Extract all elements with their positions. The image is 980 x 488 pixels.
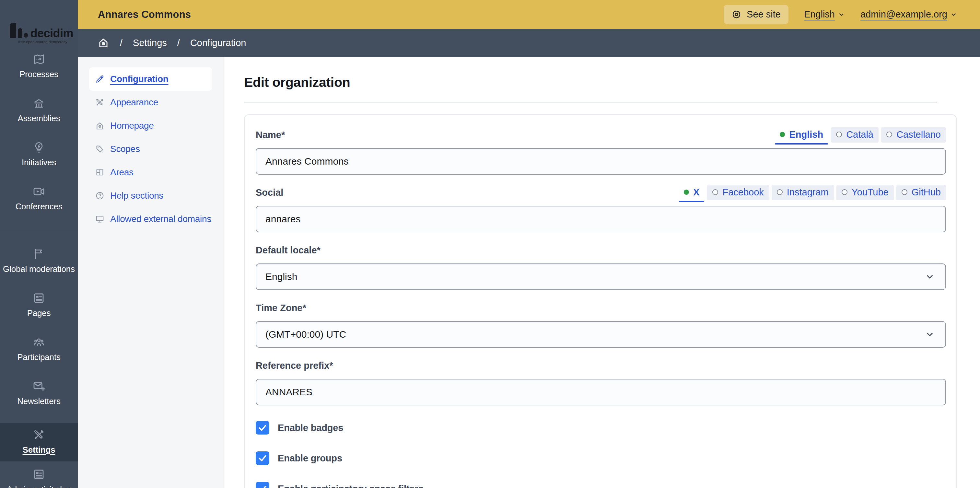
logo-bar (18, 28, 22, 38)
checkbox-checked-icon[interactable] (256, 482, 269, 488)
logo-tagline: free open-source democracy (10, 40, 67, 44)
home-icon[interactable] (97, 37, 110, 49)
breadcrumb-separator: / (120, 38, 123, 48)
map-icon (32, 53, 45, 66)
see-site-label: See site (747, 9, 781, 20)
reference-prefix-value: ANNARES (266, 386, 312, 397)
checkbox-checked-icon[interactable] (256, 451, 269, 465)
social-tab-facebook[interactable]: Facebook (707, 185, 769, 200)
check-icon (258, 484, 267, 488)
chevron-down-icon (924, 329, 935, 340)
article-icon (32, 468, 45, 481)
sidebar-item-label: Newsletters (17, 396, 60, 406)
language-menu[interactable]: English (804, 9, 845, 20)
topbar-actions: See site English admin@example.org (724, 5, 957, 24)
social-tab-instagram[interactable]: Instagram (772, 185, 834, 200)
sidebar-item-assemblies[interactable]: Assemblies (0, 96, 78, 124)
sidebar-item-settings[interactable]: Settings (0, 423, 78, 461)
settings-nav-appearance[interactable]: Appearance (89, 91, 212, 114)
sidebar-item-pages[interactable]: Pages (0, 291, 78, 319)
sidebar-item-newsletters[interactable]: Newsletters (0, 379, 78, 407)
video-camera-icon (32, 185, 45, 198)
enable-badges-row[interactable]: Enable badges (256, 421, 946, 434)
breadcrumb-settings[interactable]: Settings (133, 38, 167, 48)
sidebar-item-admin-activity-log[interactable]: Admin activity log (0, 467, 78, 488)
social-tab-youtube[interactable]: YouTube (837, 185, 894, 200)
social-tab-label: GitHub (912, 187, 941, 198)
enable-participatory-space-filters-label: Enable participatory space filters (278, 483, 423, 488)
sidebar-item-processes[interactable]: Processes (0, 52, 78, 80)
mail-plus-icon (32, 380, 45, 393)
reference-prefix-field-group: Reference prefix* ANNARES (256, 358, 946, 405)
lightbulb-icon (32, 141, 45, 154)
empty-circle-icon (902, 189, 907, 195)
settings-nav-help-sections[interactable]: Help sections (89, 184, 212, 207)
time-zone-select[interactable]: (GMT+00:00) UTC (256, 321, 946, 348)
social-tab-label: YouTube (852, 187, 889, 198)
locale-tab-label: Català (846, 129, 873, 140)
sidebar-item-initiatives[interactable]: Initiatives (0, 140, 78, 168)
locale-tab-label: English (789, 129, 823, 140)
default-locale-select[interactable]: English (256, 264, 946, 290)
empty-circle-icon (777, 189, 783, 195)
time-zone-value: (GMT+00:00) UTC (266, 329, 346, 340)
people-icon (32, 336, 45, 349)
breadcrumb-configuration[interactable]: Configuration (190, 38, 246, 48)
sidebar-item-label: Admin activity log (7, 485, 71, 488)
sidebar-item-label: Global moderations (3, 264, 75, 274)
name-label: Name* (256, 130, 285, 140)
sidebar-nav: Processes Assemblies Initiatives Confere… (0, 52, 78, 488)
language-label: English (804, 9, 835, 20)
topbar: Annares Commons See site English admin@e… (78, 0, 980, 29)
sidebar-divider (0, 230, 78, 230)
filled-dot-icon (684, 189, 689, 195)
social-tab-github[interactable]: GitHub (896, 185, 946, 200)
settings-nav-areas[interactable]: Areas (89, 161, 212, 184)
sidebar-item-label: Settings (23, 445, 56, 455)
settings-nav-allowed-external-domains[interactable]: Allowed external domains (89, 207, 212, 231)
sidebar-item-global-moderations[interactable]: Global moderations (0, 247, 78, 275)
tools-icon (32, 428, 45, 441)
settings-nav-label: Areas (110, 167, 134, 178)
social-tab-label: Instagram (787, 187, 829, 198)
eye-icon (732, 10, 741, 19)
sidebar-item-label: Initiatives (22, 157, 56, 167)
home-gear-icon (95, 121, 105, 130)
pencil-icon (95, 74, 105, 84)
name-input[interactable]: Annares Commons (256, 148, 946, 175)
decidim-logo[interactable]: decidim free open-source democracy (10, 23, 73, 44)
locale-tab-label: Castellano (896, 129, 941, 140)
settings-nav-scopes[interactable]: Scopes (89, 137, 212, 161)
default-locale-value: English (266, 271, 297, 282)
chevron-down-icon (950, 11, 957, 18)
reference-prefix-input[interactable]: ANNARES (256, 379, 946, 405)
sidebar-item-label: Participants (17, 352, 60, 362)
social-label: Social (256, 187, 283, 198)
enable-groups-row[interactable]: Enable groups (256, 451, 946, 465)
settings-nav-label: Scopes (110, 144, 140, 154)
sidebar-item-label: Assemblies (18, 113, 60, 124)
sidebar-item-conferences[interactable]: Conferences (0, 184, 78, 212)
settings-nav-label: Allowed external domains (110, 214, 211, 224)
social-tab-label: X (693, 187, 699, 198)
settings-nav-configuration[interactable]: Configuration (89, 67, 212, 91)
see-site-button[interactable]: See site (724, 5, 789, 24)
enable-participatory-space-filters-row[interactable]: Enable participatory space filters (256, 482, 946, 488)
checkbox-checked-icon[interactable] (256, 421, 269, 434)
tag-icon (95, 144, 105, 154)
sidebar-item-participants[interactable]: Participants (0, 335, 78, 363)
page-title: Edit organization (244, 75, 980, 90)
reference-prefix-label: Reference prefix* (256, 360, 333, 371)
settings-nav-homepage[interactable]: Homepage (89, 114, 212, 137)
social-tab-x[interactable]: X (679, 185, 705, 200)
account-menu[interactable]: admin@example.org (861, 9, 957, 20)
social-input[interactable]: annares (256, 206, 946, 232)
name-locale-tabs: English Català Castellano (775, 127, 946, 143)
locale-tab-catala[interactable]: Català (831, 127, 878, 143)
name-input-value: Annares Commons (266, 156, 349, 167)
organization-title: Annares Commons (98, 9, 191, 21)
locale-tab-english[interactable]: English (775, 127, 828, 143)
locale-tab-castellano[interactable]: Castellano (881, 127, 946, 143)
flag-icon (32, 248, 45, 261)
filled-dot-icon (780, 132, 785, 137)
